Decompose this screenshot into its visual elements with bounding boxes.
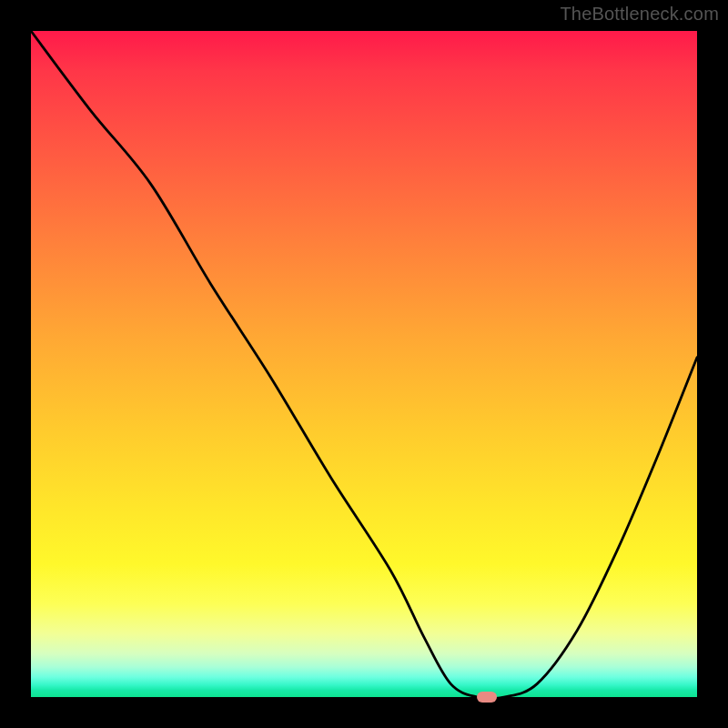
chart-frame: TheBottleneck.com <box>0 0 728 728</box>
optimal-point-marker <box>477 692 497 703</box>
bottleneck-curve <box>31 31 697 697</box>
watermark-text: TheBottleneck.com <box>560 4 719 25</box>
plot-area <box>31 31 697 697</box>
